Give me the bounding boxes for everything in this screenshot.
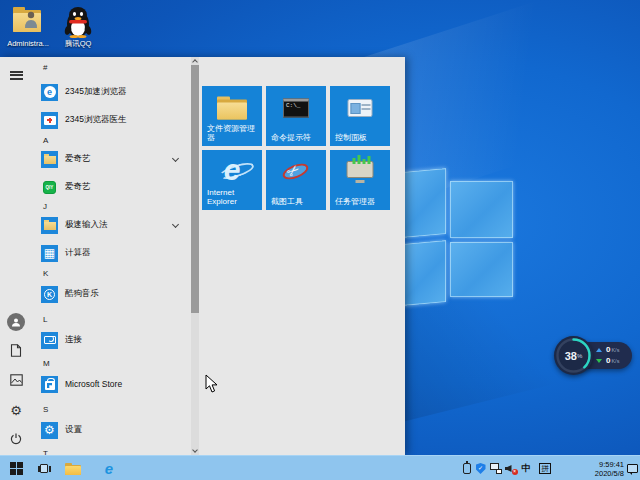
ime-name-button[interactable]: 拼 — [537, 456, 553, 480]
folder-icon — [41, 151, 58, 168]
folder-item-iqiyi[interactable]: 爱奇艺 — [32, 150, 190, 168]
usb-tray-button[interactable] — [461, 456, 473, 480]
download-arrow-icon — [596, 359, 602, 363]
action-center-icon — [627, 464, 638, 473]
tile-snipping-tool[interactable]: ✂ 截图工具 — [266, 150, 326, 210]
mouse-cursor — [205, 374, 219, 394]
tile-control-panel[interactable]: 控制面板 — [330, 86, 390, 146]
command-prompt-icon: C:\_ — [283, 99, 309, 118]
qq-penguin-icon — [61, 7, 95, 37]
task-view-button[interactable] — [34, 456, 54, 480]
windows-logo-icon — [10, 462, 23, 475]
clock-time: 9:59:41 — [599, 460, 624, 469]
desktop-icon-label: 腾讯QQ — [54, 39, 102, 49]
section-header[interactable]: L — [43, 315, 47, 324]
app-item-kugou[interactable]: K 酷狗音乐 — [32, 285, 190, 303]
net-speed-rows: 0 K/s 0 K/s — [596, 344, 630, 366]
file-explorer-icon — [217, 97, 247, 120]
taskbar: e ✓ × 中 拼 9:59:41 2020/5/8 — [0, 455, 640, 480]
volume-tray-button[interactable]: × — [503, 456, 518, 480]
download-row: 0 K/s — [596, 355, 630, 366]
section-header[interactable]: K — [43, 269, 48, 278]
windows-logo-pane — [450, 242, 513, 297]
pictures-button[interactable] — [0, 367, 32, 393]
rail-settings-button[interactable]: ⚙ — [0, 397, 32, 423]
power-icon — [10, 433, 22, 445]
action-center-button[interactable] — [625, 456, 639, 480]
folder-item-jisu-ime[interactable]: 极速输入法 — [32, 216, 190, 234]
section-header[interactable]: M — [43, 359, 50, 368]
start-button[interactable] — [4, 456, 28, 480]
tile-file-explorer[interactable]: 文件资源管理器 — [202, 86, 262, 146]
tile-internet-explorer[interactable]: e Internet Explorer — [202, 150, 262, 210]
usage-gauge[interactable]: 38% — [554, 336, 593, 375]
folder-icon — [65, 463, 81, 475]
microsoft-store-icon — [41, 376, 58, 393]
tile-task-manager[interactable]: 任务管理器 — [330, 150, 390, 210]
iqiyi-icon: QIY — [41, 179, 58, 196]
network-icon — [490, 463, 502, 474]
user-account-button[interactable] — [0, 309, 32, 335]
upload-arrow-icon — [596, 348, 602, 352]
start-menu: ⚙ # e 2345加速浏览器 2345浏览器医生 A 爱奇艺 — [0, 57, 405, 455]
task-view-icon — [38, 463, 51, 474]
user-avatar-icon — [7, 313, 25, 331]
app-item-calculator[interactable]: ▦ 计算器 — [32, 244, 190, 262]
usb-icon — [463, 463, 471, 474]
user-folder-icon — [11, 7, 45, 37]
section-header[interactable]: S — [43, 405, 48, 414]
control-panel-icon — [348, 99, 373, 117]
document-icon — [10, 344, 22, 357]
ime-mode-button[interactable]: 中 — [519, 456, 533, 480]
kugou-icon: K — [41, 286, 58, 303]
taskbar-internet-explorer[interactable]: e — [99, 456, 119, 480]
tile-command-prompt[interactable]: C:\_ 命令提示符 — [266, 86, 326, 146]
clock-date: 2020/5/8 — [595, 469, 624, 478]
ime-grid-icon: 拼 — [539, 463, 551, 474]
app-item-microsoft-store[interactable]: Microsoft Store — [32, 375, 190, 393]
desktop-icon-qq[interactable]: 腾讯QQ — [54, 7, 102, 49]
start-tiles: 文件资源管理器 C:\_ 命令提示符 控制面板 e Internet Explo… — [199, 57, 405, 455]
task-manager-icon — [347, 161, 374, 183]
section-header[interactable]: A — [43, 136, 48, 145]
scroll-up-icon[interactable] — [192, 59, 198, 65]
scroll-down-icon[interactable] — [192, 447, 198, 453]
desktop-icon-administrator[interactable]: Administra... — [4, 7, 52, 48]
app-item-settings[interactable]: ⚙ 设置 — [32, 421, 190, 439]
app-item-2345-doctor[interactable]: 2345浏览器医生 — [32, 111, 190, 129]
app-item-2345-browser[interactable]: e 2345加速浏览器 — [32, 83, 190, 101]
taskbar-file-explorer[interactable] — [63, 456, 83, 480]
section-header[interactable]: J — [43, 202, 47, 211]
start-rail: ⚙ — [0, 57, 32, 455]
settings-icon: ⚙ — [41, 422, 58, 439]
scrollbar-thumb[interactable] — [191, 65, 199, 313]
ie-icon: e — [105, 461, 113, 476]
start-scrollbar[interactable] — [191, 57, 199, 455]
expand-menu-button[interactable] — [0, 62, 32, 88]
screen: Administra... 腾讯QQ — [0, 0, 640, 480]
2345-browser-icon: e — [41, 84, 58, 101]
windows-logo-pane — [450, 181, 513, 238]
2345-doctor-icon — [41, 112, 58, 129]
documents-button[interactable] — [0, 337, 32, 363]
gear-icon: ⚙ — [10, 404, 22, 417]
desktop-icon-label: Administra... — [4, 39, 52, 48]
section-header[interactable]: # — [43, 63, 47, 72]
shield-icon: ✓ — [476, 463, 486, 474]
connect-icon — [41, 332, 58, 349]
internet-explorer-icon: e — [224, 155, 241, 185]
security-tray-button[interactable]: ✓ — [474, 456, 487, 480]
upload-row: 0 K/s — [596, 344, 630, 355]
app-item-connect[interactable]: 连接 — [32, 331, 190, 349]
pictures-icon — [10, 374, 23, 386]
taskbar-clock[interactable]: 9:59:41 2020/5/8 — [595, 456, 624, 480]
chevron-down-icon — [172, 220, 179, 227]
app-item-iqiyi[interactable]: QIY 爱奇艺 — [32, 178, 190, 196]
power-button[interactable] — [0, 426, 32, 452]
network-tray-button[interactable] — [488, 456, 503, 480]
calculator-icon: ▦ — [41, 245, 58, 262]
windows-logo-pane — [403, 168, 446, 238]
folder-icon — [41, 217, 58, 234]
speaker-muted-icon: × — [505, 463, 517, 474]
snipping-tool-icon: ✂ — [281, 161, 311, 183]
